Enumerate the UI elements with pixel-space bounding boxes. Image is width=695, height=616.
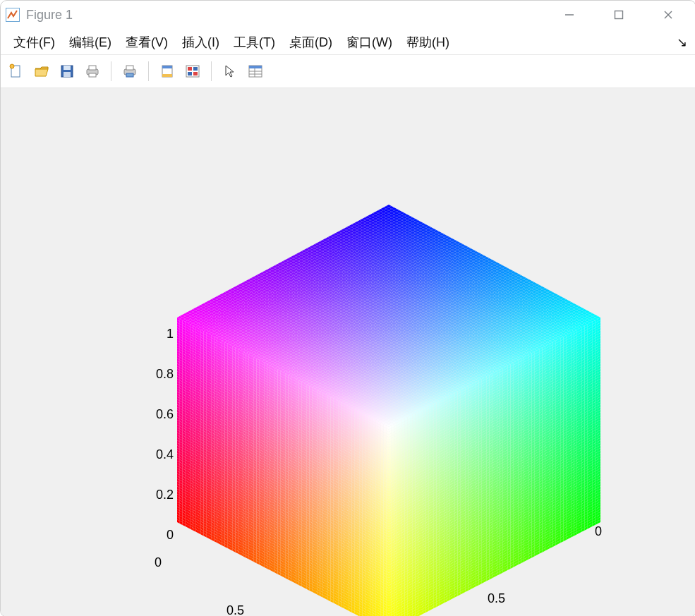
y-tick: 0.5 (488, 591, 505, 606)
rgb-cube-surface (163, 116, 615, 616)
print-preview-icon[interactable] (119, 60, 141, 83)
svg-rect-14 (126, 66, 133, 70)
svg-rect-25 (249, 66, 262, 68)
menu-window[interactable]: 窗口(W) (339, 31, 399, 54)
inspector-icon[interactable] (244, 60, 267, 83)
new-file-icon[interactable] (5, 60, 28, 83)
link-plot-icon[interactable] (156, 60, 179, 83)
axes-3d[interactable]: 1 0.8 0.6 0.4 0.2 0 0 0.5 1 1 0.5 0 (1, 88, 695, 616)
brush-data-icon[interactable] (181, 60, 204, 83)
svg-rect-8 (64, 66, 71, 70)
dock-arrow-icon[interactable]: ↘ (677, 35, 687, 50)
minimize-button[interactable] (556, 1, 583, 28)
svg-rect-21 (193, 67, 198, 71)
svg-rect-23 (193, 72, 198, 76)
z-tick: 0.2 (142, 488, 174, 502)
z-tick: 1 (152, 327, 174, 342)
z-tick: 0.6 (142, 407, 174, 422)
svg-rect-18 (162, 74, 172, 77)
svg-rect-20 (188, 67, 192, 71)
svg-rect-9 (64, 72, 71, 77)
figure-window: Figure 1 文件(F) 编辑(E) 查看(V) 插入(I) 工具(T) 桌… (0, 0, 695, 616)
toolbar-separator (148, 61, 149, 81)
menu-file[interactable]: 文件(F) (6, 31, 62, 54)
print-icon[interactable] (81, 60, 104, 83)
svg-rect-17 (162, 66, 172, 68)
maximize-button[interactable] (605, 1, 632, 28)
menu-tools[interactable]: 工具(T) (226, 31, 282, 54)
menu-view[interactable]: 查看(V) (119, 31, 175, 54)
z-tick: 0.4 (142, 447, 174, 462)
window-title: Figure 1 (26, 8, 73, 23)
menu-desktop[interactable]: 桌面(D) (282, 31, 339, 54)
cursor-icon[interactable] (219, 60, 241, 83)
matlab-app-icon (5, 7, 20, 23)
toolbar-separator (211, 61, 212, 81)
save-icon[interactable] (56, 60, 78, 83)
svg-rect-2 (615, 11, 623, 19)
svg-rect-12 (89, 73, 96, 77)
menu-insert[interactable]: 插入(I) (175, 31, 226, 54)
x-tick: 0.5 (226, 603, 244, 616)
svg-point-6 (10, 64, 14, 68)
x-tick: 0 (155, 555, 162, 570)
menu-edit[interactable]: 编辑(E) (62, 31, 119, 54)
z-tick: 0.8 (142, 367, 174, 382)
title-bar[interactable]: Figure 1 (1, 1, 695, 29)
svg-rect-11 (89, 66, 96, 70)
z-tick: 0 (152, 528, 174, 543)
svg-rect-15 (126, 73, 133, 77)
menu-help[interactable]: 帮助(H) (399, 31, 457, 54)
open-file-icon[interactable] (30, 60, 53, 83)
y-tick: 0 (595, 524, 602, 539)
toolbar (1, 55, 695, 88)
menu-bar: 文件(F) 编辑(E) 查看(V) 插入(I) 工具(T) 桌面(D) 窗口(W… (1, 29, 695, 55)
toolbar-separator (111, 61, 111, 81)
window-controls (556, 1, 682, 28)
svg-rect-22 (188, 72, 192, 76)
close-button[interactable] (655, 1, 682, 28)
